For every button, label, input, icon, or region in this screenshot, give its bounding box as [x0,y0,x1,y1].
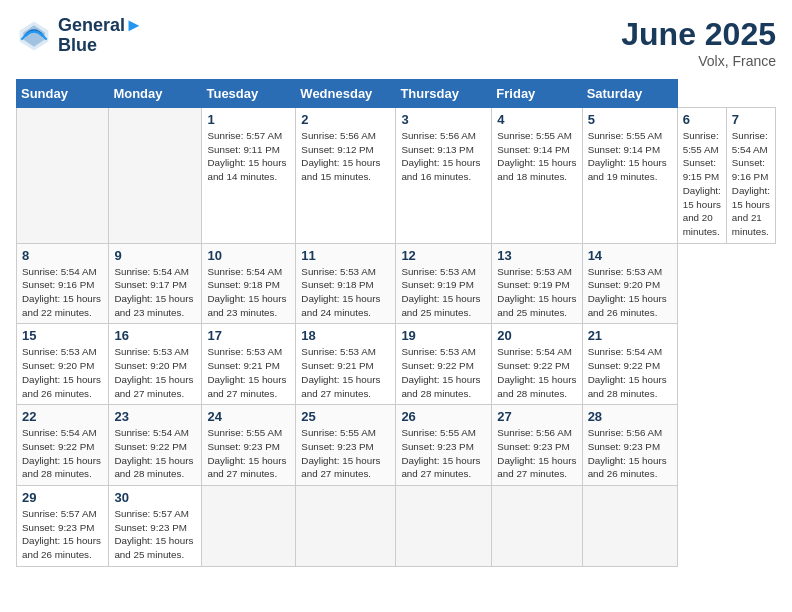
day-number: 26 [401,409,486,424]
day-number: 15 [22,328,103,343]
cell-content: Sunrise: 5:55 AMSunset: 9:15 PMDaylight:… [683,129,721,239]
day-number: 16 [114,328,196,343]
cell-content: Sunrise: 5:56 AMSunset: 9:23 PMDaylight:… [588,426,672,481]
day-number: 8 [22,248,103,263]
day-number: 24 [207,409,290,424]
cell-content: Sunrise: 5:54 AMSunset: 9:18 PMDaylight:… [207,265,290,320]
cell-content: Sunrise: 5:54 AMSunset: 9:22 PMDaylight:… [497,345,576,400]
cell-content: Sunrise: 5:53 AMSunset: 9:21 PMDaylight:… [301,345,390,400]
title-block: June 2025 Volx, France [621,16,776,69]
day-number: 23 [114,409,196,424]
day-number: 18 [301,328,390,343]
calendar-cell: 6Sunrise: 5:55 AMSunset: 9:15 PMDaylight… [677,108,726,244]
calendar-cell: 1Sunrise: 5:57 AMSunset: 9:11 PMDaylight… [202,108,296,244]
month-title: June 2025 [621,16,776,53]
day-number: 29 [22,490,103,505]
calendar-cell: 27Sunrise: 5:56 AMSunset: 9:23 PMDayligh… [492,405,582,486]
cell-content: Sunrise: 5:54 AMSunset: 9:22 PMDaylight:… [588,345,672,400]
page-header: General► Blue June 2025 Volx, France [16,16,776,69]
cell-content: Sunrise: 5:53 AMSunset: 9:18 PMDaylight:… [301,265,390,320]
location: Volx, France [621,53,776,69]
cell-content: Sunrise: 5:56 AMSunset: 9:12 PMDaylight:… [301,129,390,184]
cell-content: Sunrise: 5:55 AMSunset: 9:23 PMDaylight:… [301,426,390,481]
cell-content: Sunrise: 5:57 AMSunset: 9:23 PMDaylight:… [114,507,196,562]
cell-content: Sunrise: 5:55 AMSunset: 9:14 PMDaylight:… [588,129,672,184]
calendar-cell: 29Sunrise: 5:57 AMSunset: 9:23 PMDayligh… [17,486,109,567]
calendar-cell: 2Sunrise: 5:56 AMSunset: 9:12 PMDaylight… [296,108,396,244]
cell-content: Sunrise: 5:55 AMSunset: 9:23 PMDaylight:… [207,426,290,481]
day-number: 17 [207,328,290,343]
calendar-week-row: 22Sunrise: 5:54 AMSunset: 9:22 PMDayligh… [17,405,776,486]
cell-content: Sunrise: 5:53 AMSunset: 9:19 PMDaylight:… [497,265,576,320]
calendar-cell: 17Sunrise: 5:53 AMSunset: 9:21 PMDayligh… [202,324,296,405]
day-number: 22 [22,409,103,424]
day-number: 14 [588,248,672,263]
day-number: 5 [588,112,672,127]
cell-content: Sunrise: 5:57 AMSunset: 9:11 PMDaylight:… [207,129,290,184]
day-number: 7 [732,112,770,127]
day-number: 30 [114,490,196,505]
cell-content: Sunrise: 5:56 AMSunset: 9:23 PMDaylight:… [497,426,576,481]
calendar-cell: 18Sunrise: 5:53 AMSunset: 9:21 PMDayligh… [296,324,396,405]
day-number: 21 [588,328,672,343]
calendar-cell: 25Sunrise: 5:55 AMSunset: 9:23 PMDayligh… [296,405,396,486]
calendar-week-row: 1Sunrise: 5:57 AMSunset: 9:11 PMDaylight… [17,108,776,244]
day-number: 12 [401,248,486,263]
calendar-cell [492,486,582,567]
calendar-cell [396,486,492,567]
calendar-cell [109,108,202,244]
day-number: 28 [588,409,672,424]
column-header-wednesday: Wednesday [296,80,396,108]
day-number: 20 [497,328,576,343]
calendar-cell: 5Sunrise: 5:55 AMSunset: 9:14 PMDaylight… [582,108,677,244]
calendar-cell [202,486,296,567]
calendar-cell: 11Sunrise: 5:53 AMSunset: 9:18 PMDayligh… [296,243,396,324]
day-number: 27 [497,409,576,424]
cell-content: Sunrise: 5:53 AMSunset: 9:22 PMDaylight:… [401,345,486,400]
logo: General► Blue [16,16,143,56]
calendar-cell [17,108,109,244]
column-header-saturday: Saturday [582,80,677,108]
column-header-friday: Friday [492,80,582,108]
calendar-cell: 14Sunrise: 5:53 AMSunset: 9:20 PMDayligh… [582,243,677,324]
cell-content: Sunrise: 5:54 AMSunset: 9:17 PMDaylight:… [114,265,196,320]
calendar-cell: 19Sunrise: 5:53 AMSunset: 9:22 PMDayligh… [396,324,492,405]
calendar-cell: 15Sunrise: 5:53 AMSunset: 9:20 PMDayligh… [17,324,109,405]
calendar-table: SundayMondayTuesdayWednesdayThursdayFrid… [16,79,776,567]
calendar-week-row: 29Sunrise: 5:57 AMSunset: 9:23 PMDayligh… [17,486,776,567]
day-number: 11 [301,248,390,263]
calendar-cell: 21Sunrise: 5:54 AMSunset: 9:22 PMDayligh… [582,324,677,405]
calendar-cell [582,486,677,567]
cell-content: Sunrise: 5:53 AMSunset: 9:20 PMDaylight:… [22,345,103,400]
logo-icon [16,18,52,54]
calendar-cell: 26Sunrise: 5:55 AMSunset: 9:23 PMDayligh… [396,405,492,486]
column-header-thursday: Thursday [396,80,492,108]
calendar-cell: 10Sunrise: 5:54 AMSunset: 9:18 PMDayligh… [202,243,296,324]
day-number: 9 [114,248,196,263]
calendar-cell: 9Sunrise: 5:54 AMSunset: 9:17 PMDaylight… [109,243,202,324]
calendar-cell: 22Sunrise: 5:54 AMSunset: 9:22 PMDayligh… [17,405,109,486]
calendar-cell [296,486,396,567]
cell-content: Sunrise: 5:54 AMSunset: 9:22 PMDaylight:… [114,426,196,481]
day-number: 2 [301,112,390,127]
calendar-cell: 30Sunrise: 5:57 AMSunset: 9:23 PMDayligh… [109,486,202,567]
cell-content: Sunrise: 5:56 AMSunset: 9:13 PMDaylight:… [401,129,486,184]
calendar-cell: 28Sunrise: 5:56 AMSunset: 9:23 PMDayligh… [582,405,677,486]
cell-content: Sunrise: 5:53 AMSunset: 9:20 PMDaylight:… [588,265,672,320]
day-number: 19 [401,328,486,343]
calendar-header-row: SundayMondayTuesdayWednesdayThursdayFrid… [17,80,776,108]
calendar-cell: 12Sunrise: 5:53 AMSunset: 9:19 PMDayligh… [396,243,492,324]
cell-content: Sunrise: 5:54 AMSunset: 9:16 PMDaylight:… [732,129,770,239]
cell-content: Sunrise: 5:54 AMSunset: 9:22 PMDaylight:… [22,426,103,481]
day-number: 6 [683,112,721,127]
cell-content: Sunrise: 5:53 AMSunset: 9:19 PMDaylight:… [401,265,486,320]
column-header-tuesday: Tuesday [202,80,296,108]
cell-content: Sunrise: 5:55 AMSunset: 9:14 PMDaylight:… [497,129,576,184]
day-number: 3 [401,112,486,127]
column-header-sunday: Sunday [17,80,109,108]
calendar-cell: 24Sunrise: 5:55 AMSunset: 9:23 PMDayligh… [202,405,296,486]
calendar-cell: 23Sunrise: 5:54 AMSunset: 9:22 PMDayligh… [109,405,202,486]
calendar-cell: 3Sunrise: 5:56 AMSunset: 9:13 PMDaylight… [396,108,492,244]
day-number: 1 [207,112,290,127]
day-number: 4 [497,112,576,127]
